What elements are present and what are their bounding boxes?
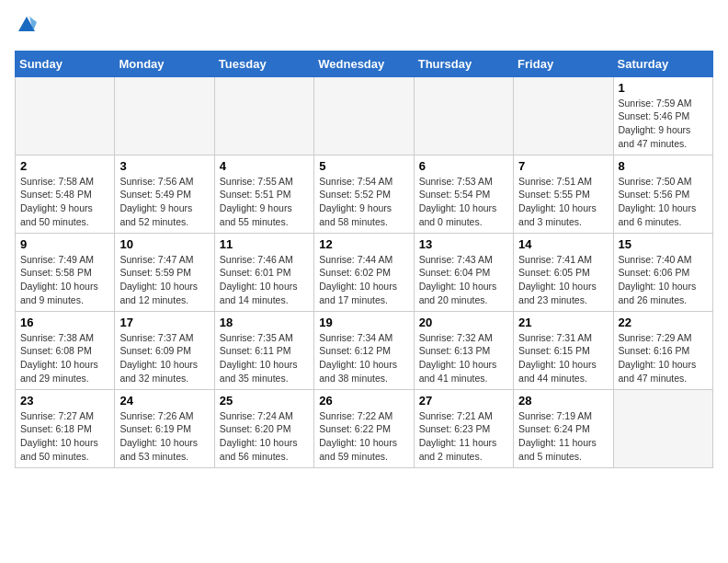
day-info-line: Sunset: 5:54 PM	[419, 188, 508, 201]
day-info-line: Sunrise: 7:24 AM	[220, 409, 309, 423]
day-info-line: Sunrise: 7:29 AM	[619, 331, 708, 345]
calendar-cell: 16Sunrise: 7:38 AMSunset: 6:08 PMDayligh…	[16, 311, 115, 389]
calendar-cell: 17Sunrise: 7:37 AMSunset: 6:09 PMDayligh…	[115, 311, 214, 389]
day-number: 20	[419, 316, 508, 329]
day-info-line: Sunrise: 7:43 AM	[419, 253, 508, 267]
day-info-line: Daylight: 10 hours and 50 minutes.	[20, 436, 109, 463]
calendar-cell: 10Sunrise: 7:47 AMSunset: 5:59 PMDayligh…	[115, 233, 214, 311]
day-info-line: Sunrise: 7:35 AM	[220, 331, 309, 345]
day-number: 2	[20, 159, 109, 173]
day-info-line: Sunset: 6:13 PM	[419, 344, 508, 358]
day-number: 10	[119, 237, 209, 251]
day-info-line: Sunset: 6:18 PM	[20, 422, 109, 436]
day-info-line: Daylight: 9 hours and 58 minutes.	[319, 201, 408, 228]
calendar-cell: 24Sunrise: 7:26 AMSunset: 6:19 PMDayligh…	[115, 389, 214, 467]
day-number: 16	[20, 316, 109, 329]
day-info-line: Sunrise: 7:51 AM	[518, 175, 608, 189]
calendar-cell: 18Sunrise: 7:35 AMSunset: 6:11 PMDayligh…	[214, 311, 313, 389]
day-info-line: Sunset: 5:58 PM	[20, 266, 109, 280]
calendar-week-row: 16Sunrise: 7:38 AMSunset: 6:08 PMDayligh…	[16, 311, 713, 389]
day-info-line: Daylight: 10 hours and 17 minutes.	[319, 280, 408, 306]
day-number: 23	[20, 394, 109, 408]
day-number: 22	[619, 316, 708, 329]
weekday-header: Thursday	[414, 51, 513, 76]
calendar-cell	[514, 76, 613, 155]
calendar-week-row: 1Sunrise: 7:59 AMSunset: 5:46 PMDaylight…	[16, 76, 713, 155]
day-info-line: Sunrise: 7:47 AM	[119, 253, 209, 267]
weekday-header: Friday	[514, 51, 613, 76]
day-number: 14	[518, 237, 608, 251]
day-number: 11	[220, 237, 309, 251]
calendar-cell: 3Sunrise: 7:56 AMSunset: 5:49 PMDaylight…	[115, 155, 214, 233]
day-info-line: Daylight: 10 hours and 44 minutes.	[518, 358, 608, 385]
calendar-cell	[115, 76, 214, 155]
calendar-week-row: 2Sunrise: 7:58 AMSunset: 5:48 PMDaylight…	[16, 155, 713, 233]
calendar-cell	[16, 76, 115, 155]
day-info-line: Sunrise: 7:26 AM	[119, 409, 209, 423]
day-info-line: Daylight: 11 hours and 5 minutes.	[518, 436, 608, 463]
calendar-cell: 20Sunrise: 7:32 AMSunset: 6:13 PMDayligh…	[414, 311, 513, 389]
day-info-line: Sunset: 6:16 PM	[619, 344, 708, 358]
day-number: 9	[20, 237, 109, 251]
day-info-line: Daylight: 9 hours and 55 minutes.	[220, 201, 309, 228]
day-info-line: Daylight: 10 hours and 0 minutes.	[419, 201, 508, 228]
day-number: 7	[518, 159, 608, 173]
calendar-cell: 1Sunrise: 7:59 AMSunset: 5:46 PMDaylight…	[613, 76, 712, 155]
day-info-line: Sunset: 5:49 PM	[119, 188, 209, 201]
day-info-line: Sunrise: 7:46 AM	[220, 253, 309, 267]
day-info-line: Daylight: 10 hours and 12 minutes.	[119, 280, 209, 306]
calendar-cell: 11Sunrise: 7:46 AMSunset: 6:01 PMDayligh…	[214, 233, 313, 311]
day-info-line: Daylight: 10 hours and 14 minutes.	[220, 280, 309, 306]
day-info-line: Sunset: 6:15 PM	[518, 344, 608, 358]
day-number: 21	[518, 316, 608, 329]
day-info-line: Daylight: 10 hours and 3 minutes.	[518, 201, 608, 228]
day-info-line: Daylight: 9 hours and 52 minutes.	[119, 201, 209, 228]
calendar-cell: 8Sunrise: 7:50 AMSunset: 5:56 PMDaylight…	[613, 155, 712, 233]
day-info-line: Sunset: 6:02 PM	[319, 266, 408, 280]
day-info-line: Sunrise: 7:22 AM	[319, 409, 408, 423]
weekday-header: Wednesday	[314, 51, 414, 76]
calendar-cell: 25Sunrise: 7:24 AMSunset: 6:20 PMDayligh…	[214, 389, 313, 467]
day-info-line: Sunset: 6:06 PM	[619, 266, 708, 280]
day-info-line: Daylight: 10 hours and 56 minutes.	[220, 436, 309, 463]
day-info-line: Daylight: 10 hours and 41 minutes.	[419, 358, 508, 385]
day-info-line: Daylight: 10 hours and 20 minutes.	[419, 280, 508, 306]
day-info-line: Sunset: 5:59 PM	[119, 266, 209, 280]
day-number: 24	[119, 394, 209, 408]
day-info-line: Daylight: 10 hours and 9 minutes.	[20, 280, 109, 306]
calendar-cell: 27Sunrise: 7:21 AMSunset: 6:23 PMDayligh…	[414, 389, 513, 467]
day-info-line: Daylight: 10 hours and 32 minutes.	[119, 358, 209, 385]
day-info-line: Daylight: 10 hours and 53 minutes.	[119, 436, 209, 463]
day-info-line: Sunset: 6:04 PM	[419, 266, 508, 280]
day-info-line: Sunrise: 7:49 AM	[20, 253, 109, 267]
day-number: 4	[220, 159, 309, 173]
day-info-line: Sunrise: 7:31 AM	[518, 331, 608, 345]
day-number: 18	[220, 316, 309, 329]
day-info-line: Sunset: 6:09 PM	[119, 344, 209, 358]
page-header	[15, 15, 713, 40]
day-info-line: Daylight: 10 hours and 26 minutes.	[619, 280, 708, 306]
calendar-cell	[314, 76, 414, 155]
day-info-line: Daylight: 11 hours and 2 minutes.	[419, 436, 508, 463]
day-number: 15	[619, 237, 708, 251]
calendar-cell: 28Sunrise: 7:19 AMSunset: 6:24 PMDayligh…	[514, 389, 613, 467]
calendar-cell: 2Sunrise: 7:58 AMSunset: 5:48 PMDaylight…	[16, 155, 115, 233]
day-number: 27	[419, 394, 508, 408]
weekday-header: Tuesday	[214, 51, 313, 76]
weekday-header: Sunday	[16, 51, 115, 76]
day-number: 19	[319, 316, 408, 329]
day-info-line: Sunrise: 7:27 AM	[20, 409, 109, 423]
calendar-week-row: 23Sunrise: 7:27 AMSunset: 6:18 PMDayligh…	[16, 389, 713, 467]
day-number: 5	[319, 159, 408, 173]
day-info-line: Sunset: 5:55 PM	[518, 188, 608, 201]
day-info-line: Daylight: 10 hours and 59 minutes.	[319, 436, 408, 463]
day-info-line: Sunset: 6:08 PM	[20, 344, 109, 358]
day-info-line: Daylight: 10 hours and 38 minutes.	[319, 358, 408, 385]
day-number: 17	[119, 316, 209, 329]
day-number: 25	[220, 394, 309, 408]
logo-icon	[17, 15, 37, 35]
day-info-line: Daylight: 10 hours and 29 minutes.	[20, 358, 109, 385]
calendar-cell	[613, 389, 712, 467]
day-info-line: Sunrise: 7:21 AM	[419, 409, 508, 423]
calendar-cell: 6Sunrise: 7:53 AMSunset: 5:54 PMDaylight…	[414, 155, 513, 233]
